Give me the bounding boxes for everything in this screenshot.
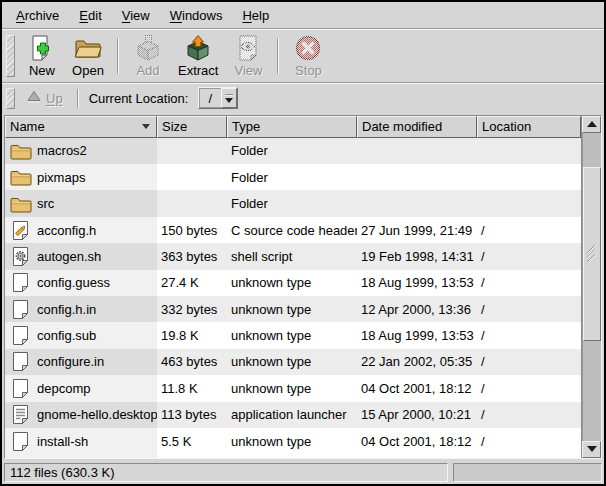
file-name: src	[37, 196, 54, 211]
new-button[interactable]: New	[19, 32, 65, 79]
c-header-icon	[9, 220, 32, 241]
menu-edit[interactable]: Edit	[69, 4, 111, 27]
file-size: 463 bytes	[157, 349, 227, 375]
column-header-date-label: Date modified	[362, 119, 442, 134]
vertical-scrollbar[interactable]	[581, 116, 601, 458]
table-row[interactable]: gnome-hello.desktop 113 bytes applicatio…	[5, 402, 581, 428]
location-bar: Up Current Location: /	[2, 84, 604, 113]
file-date-modified	[357, 138, 477, 164]
table-row[interactable]: config.sub 19.8 K unknown type 18 Aug 19…	[5, 322, 581, 348]
column-header-size[interactable]: Size	[157, 116, 227, 138]
file-date-modified	[357, 190, 477, 216]
column-header-type[interactable]: Type	[227, 116, 357, 138]
menu-archive[interactable]: Archive	[6, 4, 69, 27]
menu-help[interactable]: Help	[232, 4, 279, 27]
scroll-down-button[interactable]	[582, 441, 601, 458]
table-row[interactable]: configure.in 463 bytes unknown type 22 J…	[5, 349, 581, 375]
file-date-modified: 18 Aug 1999, 13:53	[357, 322, 477, 348]
table-row[interactable]: install-sh 5.5 K unknown type 04 Oct 200…	[5, 428, 581, 454]
file-size: 19.8 K	[157, 322, 227, 348]
location-combo[interactable]: /	[198, 87, 238, 109]
file-location: /	[477, 375, 581, 401]
toolbar-button-label: View	[234, 63, 262, 78]
file-date-modified: 22 Jan 2002, 05:35	[357, 349, 477, 375]
add-button: Add	[125, 32, 171, 79]
table-row[interactable]: config.h.in 332 bytes unknown type 12 Ap…	[5, 296, 581, 322]
scroll-up-button[interactable]	[582, 116, 601, 133]
file-location: /	[477, 296, 581, 322]
up-button: Up	[19, 87, 71, 109]
table-row[interactable]: acconfig.h 150 bytes C source code heade…	[5, 217, 581, 243]
status-text: 112 files (630.3 K)	[10, 465, 115, 480]
file-size: 27.4 K	[157, 270, 227, 296]
file-size: 11.8 K	[157, 375, 227, 401]
column-header-location[interactable]: Location	[477, 116, 581, 138]
file-type: unknown type	[227, 322, 357, 348]
scroll-up-icon	[587, 121, 597, 127]
menubar: ArchiveEditViewWindowsHelp	[2, 2, 604, 28]
add-files-icon	[134, 34, 162, 61]
extract-archive-icon	[184, 34, 212, 61]
file-rows: macros2 Folder pixmaps Folder src Folder…	[5, 138, 581, 458]
folder-icon	[9, 142, 32, 160]
file-type: unknown type	[227, 375, 357, 401]
file-location: /	[477, 270, 581, 296]
file-location: /	[477, 349, 581, 375]
up-button-label: Up	[46, 91, 63, 106]
table-row-partial[interactable]	[5, 454, 581, 457]
table-row[interactable]: macros2 Folder	[5, 138, 581, 164]
table-row[interactable]: src Folder	[5, 190, 581, 216]
combo-dropdown-button[interactable]	[221, 88, 237, 108]
scroll-down-icon	[587, 446, 597, 452]
folder-icon	[9, 195, 32, 213]
file-type: Folder	[227, 190, 357, 216]
file-date-modified	[357, 454, 477, 457]
document-icon	[9, 351, 32, 372]
file-size: 363 bytes	[157, 243, 227, 269]
table-row[interactable]: depcomp 11.8 K unknown type 04 Oct 2001,…	[5, 375, 581, 401]
file-location: /	[477, 243, 581, 269]
toolbar-button-label: Open	[72, 63, 104, 78]
location-bar-drag-handle[interactable]	[6, 88, 15, 109]
open-button[interactable]: Open	[65, 32, 111, 79]
file-location	[477, 454, 581, 457]
file-size: 150 bytes	[157, 217, 227, 243]
stop-icon	[294, 34, 322, 61]
table-row[interactable]: config.guess 27.4 K unknown type 18 Aug …	[5, 270, 581, 296]
file-size: 332 bytes	[157, 296, 227, 322]
shell-script-icon	[9, 246, 32, 267]
file-type: C source code header	[227, 217, 357, 243]
toolbar-drag-handle[interactable]	[6, 35, 15, 76]
menu-view[interactable]: View	[112, 4, 160, 27]
statusbar: 112 files (630.3 K)	[2, 461, 604, 484]
file-type: unknown type	[227, 270, 357, 296]
extract-button[interactable]: Extract	[171, 32, 225, 79]
toolbar-separator	[117, 38, 119, 73]
scrollbar-trough[interactable]	[582, 133, 601, 441]
file-date-modified: 04 Oct 2001, 18:12	[357, 428, 477, 454]
file-size	[157, 190, 227, 216]
table-row[interactable]: pixmaps Folder	[5, 164, 581, 190]
file-size	[157, 164, 227, 190]
menu-windows[interactable]: Windows	[160, 4, 233, 27]
file-name: autogen.sh	[37, 249, 101, 264]
document-icon	[9, 457, 32, 458]
up-arrow-icon	[27, 90, 41, 106]
document-icon	[9, 378, 32, 399]
file-list-frame: Name Size Type Date modified Location	[4, 115, 602, 459]
table-row[interactable]: autogen.sh 363 bytes shell script 19 Feb…	[5, 243, 581, 269]
file-location: /	[477, 402, 581, 428]
column-header-size-label: Size	[162, 119, 187, 134]
launcher-icon	[9, 404, 32, 425]
column-header-name[interactable]: Name	[5, 116, 157, 138]
file-size	[157, 454, 227, 457]
document-icon	[9, 325, 32, 346]
file-list: Name Size Type Date modified Location	[5, 116, 581, 458]
view-file-icon	[234, 34, 262, 61]
column-header-date-modified[interactable]: Date modified	[357, 116, 477, 138]
toolbar: NewOpenAddExtractViewStop	[2, 30, 604, 81]
file-location	[477, 164, 581, 190]
scrollbar-thumb[interactable]	[583, 167, 601, 341]
toolbar-button-label: Stop	[295, 63, 322, 78]
file-location	[477, 138, 581, 164]
